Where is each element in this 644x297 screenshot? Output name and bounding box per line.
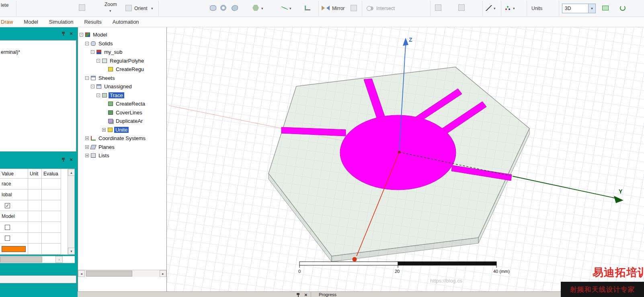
property-value-cell[interactable]: lobal [0, 189, 28, 200]
pin-icon[interactable] [62, 31, 66, 36]
properties-column-header[interactable]: Unit [28, 169, 42, 179]
scroll-left-icon[interactable]: ◂ [78, 270, 85, 277]
property-color-swatch[interactable] [2, 246, 26, 252]
tree-item-label[interactable]: CreateRecta [115, 101, 146, 107]
property-checkbox[interactable]: ✓ [5, 203, 10, 208]
points-tool-icon[interactable] [505, 6, 511, 10]
close-icon[interactable]: × [304, 293, 308, 297]
3d-scene[interactable]: Z Y 0 20 40 (mm) [167, 27, 644, 291]
draw-cylinder-icon[interactable] [210, 5, 216, 11]
properties-column-header[interactable]: Value [0, 169, 28, 179]
tree-item-label[interactable]: Unite [114, 127, 129, 133]
collapse-icon[interactable]: - [91, 50, 94, 54]
menu-tab-draw[interactable]: Draw [1, 19, 13, 25]
tree-item-lists[interactable]: +Lists [78, 151, 166, 160]
properties-vertical-scrollbar[interactable]: ▴ ▾ [68, 169, 74, 254]
draw-polyline-icon[interactable] [281, 5, 288, 11]
tree-item-createregu[interactable]: CreateRegu [78, 65, 166, 74]
collapse-icon[interactable]: - [96, 94, 100, 97]
tree-item-label[interactable]: CoverLines [115, 110, 144, 116]
tree-item-planes[interactable]: +Planes [78, 143, 166, 152]
tree-item-regularpolyhe[interactable]: -RegularPolyhe [78, 57, 166, 65]
property-checkbox[interactable] [5, 225, 10, 230]
polyhedron-dropdown-caret[interactable]: ▾ [261, 6, 263, 10]
expand-icon[interactable]: + [85, 136, 89, 140]
property-value-cell[interactable] [0, 233, 28, 244]
tree-item-label[interactable]: Coordinate Systems [97, 135, 147, 141]
tree-item-label[interactable]: Model [92, 32, 108, 38]
measure-dropdown-caret[interactable]: ▾ [494, 6, 496, 10]
tree-item-duplicatear[interactable]: DuplicateAr [78, 117, 166, 126]
draw-helix-icon[interactable] [232, 5, 238, 11]
tree-item-trace[interactable]: -Trace [78, 91, 166, 100]
tree-item-unite[interactable]: +Unite [78, 126, 166, 134]
points-dropdown-caret[interactable]: ▾ [513, 6, 515, 10]
tree-item-label[interactable]: Solids [97, 41, 114, 47]
menu-tab-model[interactable]: Model [24, 19, 38, 25]
tree-item-model[interactable]: -Model [78, 31, 166, 39]
scroll-up-icon[interactable]: ▴ [68, 169, 75, 176]
property-value-cell[interactable]: ✓ [0, 200, 28, 211]
tree-item-createrecta[interactable]: CreateRecta [78, 100, 166, 108]
property-value-cell[interactable] [0, 244, 28, 254]
sweep-icon[interactable] [305, 6, 310, 10]
orient-dropdown-caret[interactable]: ▾ [151, 6, 153, 10]
draw-polyhedron-icon[interactable] [252, 5, 259, 11]
orient-icon[interactable] [125, 5, 132, 11]
scrollbar-thumb[interactable] [0, 256, 42, 262]
zoom-button[interactable]: Zoom [105, 2, 117, 7]
property-value-cell[interactable]: Model [0, 211, 28, 222]
tree-item-label[interactable]: RegularPolyhe [109, 58, 145, 64]
chamfer-icon[interactable] [458, 4, 465, 11]
tree-item-label[interactable]: CreateRegu [115, 66, 145, 72]
properties-column-header[interactable]: Evalua [42, 169, 61, 179]
grid-plane-icon[interactable] [602, 6, 609, 10]
view-mode-caret[interactable]: ▾ [588, 4, 595, 13]
tree-item-coordinate-systems[interactable]: +Coordinate Systems [78, 134, 166, 143]
expand-icon[interactable]: + [102, 128, 106, 132]
expand-icon[interactable]: + [85, 154, 89, 157]
polyline-dropdown-caret[interactable]: ▾ [289, 6, 291, 10]
select-tool-icon[interactable] [79, 4, 85, 11]
collapse-icon[interactable]: - [85, 76, 89, 80]
draw-torus-icon[interactable] [220, 5, 226, 11]
zoom-dropdown-caret[interactable]: ▾ [109, 9, 111, 13]
menu-tab-results[interactable]: Results [84, 19, 101, 25]
collapse-icon[interactable]: - [85, 42, 89, 45]
refresh-view-icon[interactable] [620, 5, 626, 11]
expand-icon[interactable]: + [85, 145, 89, 149]
menu-tab-simulation[interactable]: Simulation [49, 19, 74, 25]
property-value-cell[interactable] [0, 222, 28, 233]
property-value-cell[interactable]: race [0, 179, 28, 189]
close-icon[interactable]: × [70, 31, 73, 36]
tree-item-label[interactable]: Trace [109, 92, 124, 98]
pin-icon[interactable] [62, 157, 66, 162]
tree-item-coverlines[interactable]: CoverLines [78, 108, 166, 117]
menu-tab-automation[interactable]: Automation [113, 19, 139, 25]
tree-horizontal-scrollbar[interactable]: ◂ ▸ [78, 270, 166, 277]
mirror-icon[interactable] [322, 5, 330, 11]
image-export-icon[interactable] [435, 4, 441, 11]
close-icon[interactable]: × [70, 157, 73, 162]
view-mode-combobox[interactable]: 3D ▾ [562, 4, 596, 13]
scale-icon[interactable] [351, 5, 357, 11]
tree-item-my-sub[interactable]: -my_sub [78, 48, 166, 57]
intersect-icon[interactable] [367, 6, 371, 11]
scroll-right-icon[interactable]: › [55, 256, 63, 263]
orient-button[interactable]: Orient [134, 6, 148, 11]
measure-line-icon[interactable] [486, 5, 492, 11]
units-button[interactable]: Units [531, 6, 542, 11]
tree-item-unassigned[interactable]: -Unassigned [78, 82, 166, 91]
properties-horizontal-scrollbar[interactable]: › [0, 256, 75, 263]
tree-item-sheets[interactable]: -Sheets [78, 74, 166, 83]
tree-item-solids[interactable]: -Solids [78, 39, 166, 48]
pin-icon[interactable] [296, 293, 301, 297]
scrollbar-thumb[interactable] [86, 271, 132, 277]
tree-item-label[interactable]: Planes [97, 144, 116, 150]
tree-item-label[interactable]: Lists [97, 153, 111, 159]
property-checkbox[interactable] [5, 236, 10, 241]
tree-item-label[interactable]: DuplicateAr [115, 118, 144, 124]
scroll-right-icon[interactable]: ▸ [160, 270, 166, 277]
mirror-button[interactable]: Mirror [332, 6, 345, 11]
tree-item-label[interactable]: my_sub [103, 49, 124, 55]
